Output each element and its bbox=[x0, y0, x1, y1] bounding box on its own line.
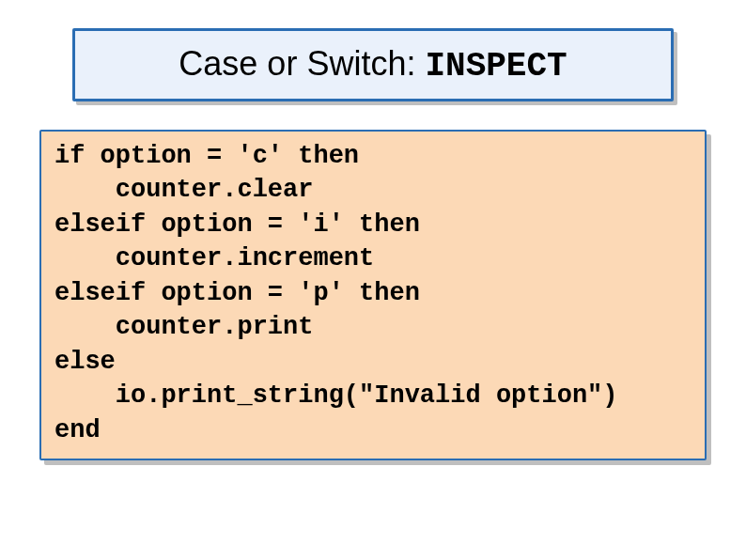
title-prefix: Case or Switch: bbox=[179, 44, 425, 83]
title-box: Case or Switch: INSPECT bbox=[72, 28, 674, 101]
code-box: if option = 'c' then counter.clear elsei… bbox=[39, 130, 707, 460]
title-keyword: INSPECT bbox=[425, 47, 567, 86]
code-block: if option = 'c' then counter.clear elsei… bbox=[54, 139, 692, 447]
slide: Case or Switch: INSPECT if option = 'c' … bbox=[0, 0, 746, 560]
